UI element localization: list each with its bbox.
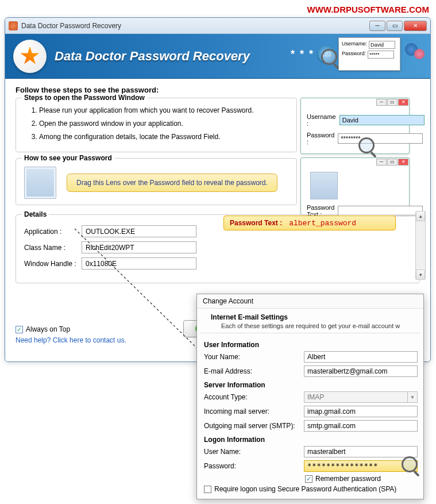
email-field[interactable]	[304, 366, 418, 377]
outgoing-label: Outgoing mail server (SMTP):	[204, 422, 304, 430]
user-name-label: User Name:	[204, 448, 304, 456]
header-login-card: Username: Password:	[338, 37, 400, 71]
remember-label: Remember password	[315, 475, 381, 483]
scrollbar[interactable]	[415, 211, 426, 280]
step-1: Please run your application from which y…	[39, 106, 288, 114]
outgoing-field[interactable]	[304, 420, 418, 432]
password-label: Password:	[204, 462, 304, 470]
account-type-label: Account Type:	[204, 393, 304, 401]
banner-title: Data Doctor Password Recovery	[55, 49, 250, 64]
spa-checkbox[interactable]: Require logon using Secure Password Auth…	[204, 485, 418, 493]
chevron-down-icon: ▼	[407, 392, 417, 402]
hc-pass-label: Password:	[342, 51, 366, 59]
steps-legend: Steps to open the Password Window	[22, 94, 147, 102]
spa-label: Require logon using Secure Password Auth…	[214, 485, 396, 493]
titlebar: Data Doctor Password Recovery ─ ▭ ✕	[5, 18, 430, 34]
user-name-field[interactable]	[304, 446, 418, 457]
people-icon	[404, 41, 425, 67]
incoming-field[interactable]	[304, 406, 418, 417]
password-field[interactable]	[304, 460, 418, 472]
remember-password-checkbox[interactable]: ✓Remember password	[305, 475, 418, 483]
demo-pass-input	[338, 133, 423, 144]
email-label: E-mail Address:	[204, 367, 304, 375]
steps-group: Steps to open the Password Window Please…	[16, 98, 297, 152]
drag-hint: Drag this Lens over the Password field t…	[67, 174, 277, 192]
magnifier-icon	[402, 456, 420, 475]
step-2: Open the password window in your applica…	[39, 120, 288, 128]
howto-legend: How to see your Password	[22, 154, 114, 162]
window-title: Data Doctor Password Recovery	[21, 22, 369, 30]
magnifier-icon	[358, 137, 377, 156]
maximize-button[interactable]: ▭	[387, 21, 403, 31]
checkbox-icon	[204, 486, 211, 493]
overlay-heading: Internet E-mail Settings	[211, 313, 288, 321]
minimize-button[interactable]: ─	[369, 21, 385, 31]
demo-user-input	[339, 115, 425, 125]
magnifier-icon	[321, 49, 339, 67]
header-banner: Data Doctor Password Recovery * * * 123 …	[5, 34, 430, 79]
step-3: Among the configuration details, locate …	[39, 133, 288, 141]
demo-pass-label: Password :	[307, 132, 334, 145]
checkbox-icon: ✓	[305, 475, 312, 483]
demo-lens-icon	[310, 172, 338, 199]
stars-decor: * * *	[291, 48, 314, 60]
app-icon	[9, 21, 18, 30]
section-user: User Information	[204, 341, 418, 349]
section-server: Server Information	[204, 381, 418, 389]
overlay-title: Change Account	[197, 294, 423, 309]
hc-user-label: Username:	[342, 41, 367, 49]
details-legend: Details	[22, 210, 49, 218]
follow-steps-heading: Follow these steps to see the password:	[16, 86, 420, 94]
section-logon: Logon Information	[204, 436, 418, 444]
logo-icon	[13, 40, 47, 73]
site-url: WWW.DRPUSOFTWARE.COM	[307, 5, 429, 14]
howto-group: How to see your Password Drag this Lens …	[16, 158, 297, 205]
demo-user-label: Username :	[307, 113, 336, 127]
demo-reveal-window: ─▭✕ Password Text :	[300, 157, 410, 215]
your-name-field[interactable]	[304, 351, 418, 363]
incoming-label: Incoming mail server:	[204, 407, 304, 415]
checkbox-icon: ✓	[16, 326, 23, 333]
demo-login-window: ─▭✕ Username : Password :	[300, 98, 410, 154]
your-name-label: Your Name:	[204, 353, 304, 361]
overlay-sub: Each of these settings are required to g…	[221, 322, 415, 329]
change-account-window: Change Account Internet E-mail Settings …	[196, 294, 424, 499]
hc-pass-val	[368, 51, 394, 59]
hc-user-val	[369, 41, 395, 49]
lens-drag-tool[interactable]	[24, 167, 56, 199]
account-type-select[interactable]: IMAP▼	[304, 391, 418, 403]
close-button[interactable]: ✕	[404, 21, 427, 31]
